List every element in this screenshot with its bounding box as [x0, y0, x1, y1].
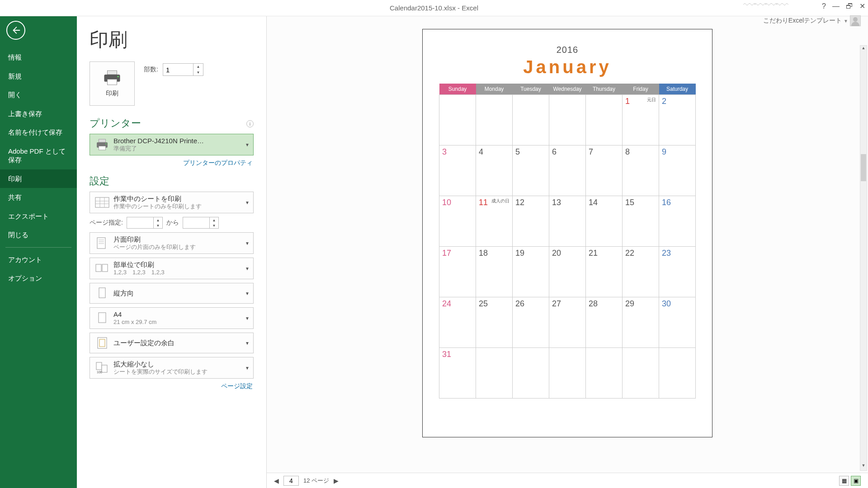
calendar-cell: 22 [623, 247, 659, 297]
calendar-cell: 23 [659, 247, 696, 297]
svg-rect-17 [96, 264, 101, 272]
copies-down-icon[interactable]: ▼ [193, 70, 203, 75]
copies-input[interactable] [163, 66, 193, 74]
close-icon[interactable]: ✕ [859, 2, 865, 10]
decoration: 〰〰〰〰 [743, 0, 787, 13]
calendar-cell: 12 [513, 196, 549, 247]
chevron-down-icon: ▼ [245, 291, 250, 296]
sidebar-item-print[interactable]: 印刷 [0, 169, 77, 188]
sidebar-item-info[interactable]: 情報 [0, 48, 77, 67]
titlebar: Calendar2015-10.xlsx - Excel 〰〰〰〰 ? — 🗗 … [0, 0, 868, 16]
calendar-cell [476, 348, 513, 399]
sidebar-item-open[interactable]: 開く [0, 85, 77, 104]
scroll-thumb[interactable] [861, 154, 866, 181]
page-setup-link[interactable]: ページ設定 [90, 382, 253, 390]
page-to-label: から [166, 219, 179, 227]
calendar-cell: 15 [623, 196, 659, 247]
sidebar-item-share[interactable]: 共有 [0, 188, 77, 207]
zoom-to-page-button[interactable]: ▣ [851, 476, 861, 486]
calendar-cell: 18 [476, 247, 513, 297]
calendar-cell: 8 [623, 145, 659, 196]
chevron-down-icon: ▼ [245, 266, 250, 271]
printer-dropdown[interactable]: Brother DCP-J4210N Printe… 準備完了 ▼ [90, 134, 254, 155]
svg-rect-24 [102, 365, 107, 372]
scroll-down-icon[interactable]: ▼ [860, 463, 867, 470]
printer-properties-link[interactable]: プリンターのプロパティ [90, 159, 253, 167]
scroll-up-icon[interactable]: ▲ [860, 46, 867, 53]
collate-dropdown[interactable]: 部単位で印刷1,2,3 1,2,3 1,2,3 ▼ [90, 258, 254, 279]
minimize-icon[interactable]: — [832, 2, 840, 10]
sidebar-item-close[interactable]: 閉じる [0, 225, 77, 244]
sidebar-item-export[interactable]: エクスポート [0, 207, 77, 226]
svg-rect-6 [99, 146, 105, 150]
page-range-label: ページ指定: [90, 219, 123, 227]
next-page-button[interactable]: ▶ [334, 477, 339, 484]
sidebar-item-account[interactable]: アカウント [0, 250, 77, 269]
calendar-cell: 1元日 [623, 95, 659, 145]
svg-point-7 [105, 143, 107, 145]
copies-up-icon[interactable]: ▲ [193, 64, 203, 70]
calendar-cell: 11成人の日 [476, 196, 513, 247]
preview-page: 2016 January SundayMondayTuesdayWednesda… [422, 29, 712, 437]
help-icon[interactable]: ? [822, 2, 826, 10]
page-from-spinner[interactable]: ▲▼ [127, 217, 163, 229]
copies-spinner[interactable]: ▲▼ [163, 63, 203, 76]
page-from-input[interactable] [127, 220, 153, 226]
print-which-dropdown[interactable]: 作業中のシートを印刷作業中のシートのみを印刷します ▼ [90, 192, 254, 213]
show-margins-button[interactable]: ▦ [839, 476, 849, 486]
calendar-cell [586, 348, 623, 399]
calendar-cell [439, 95, 476, 145]
page-current-input[interactable] [283, 476, 299, 486]
sidebar-item-adobe-pdf[interactable]: Adobe PDF として保存 [0, 142, 77, 169]
print-preview-panel: こだわりExcelテンプレート ▼ 2016 January SundayMon… [267, 16, 868, 488]
portrait-icon [94, 285, 111, 301]
user-menu[interactable]: こだわりExcelテンプレート ▼ [763, 15, 861, 26]
avatar[interactable] [850, 15, 861, 26]
printer-device-icon [94, 136, 111, 153]
restore-icon[interactable]: 🗗 [846, 2, 853, 10]
svg-rect-23 [96, 362, 102, 370]
printer-name: Brother DCP-J4210N Printe… [113, 136, 204, 145]
svg-rect-5 [99, 139, 105, 142]
calendar-cell: 20 [549, 247, 586, 297]
onesided-icon [94, 235, 111, 251]
calendar-cell: 29 [623, 297, 659, 348]
chevron-down-icon: ▼ [245, 366, 250, 371]
calendar-cell [476, 95, 513, 145]
preview-scrollbar[interactable]: ▲ ▼ [860, 45, 867, 471]
page-title: 印刷 [90, 27, 254, 52]
papersize-dropdown[interactable]: A421 cm x 29.7 cm ▼ [90, 307, 254, 329]
printer-status: 準備完了 [113, 145, 204, 153]
back-arrow-icon [11, 25, 21, 35]
calendar-table: SundayMondayTuesdayWednesdayThursdayFrid… [439, 84, 696, 399]
sidebar-item-saveas[interactable]: 名前を付けて保存 [0, 123, 77, 142]
back-button[interactable] [6, 21, 25, 40]
calendar-day-header: Thursday [586, 84, 623, 95]
margins-dropdown[interactable]: ユーザー設定の余白 ▼ [90, 333, 254, 353]
sidebar-item-save[interactable]: 上書き保存 [0, 104, 77, 123]
calendar-cell [586, 95, 623, 145]
printer-info-icon[interactable]: i [246, 120, 254, 127]
calendar-cell [549, 348, 586, 399]
sidebar-item-options[interactable]: オプション [0, 269, 77, 288]
calendar-cell [659, 348, 696, 399]
sidebar-item-new[interactable]: 新規 [0, 67, 77, 86]
calendar-cell: 5 [513, 145, 549, 196]
page-to-spinner[interactable]: ▲▼ [183, 217, 219, 229]
calendar-cell: 26 [513, 297, 549, 348]
scaling-dropdown[interactable]: 100 拡大縮小なしシートを実際のサイズで印刷します ▼ [90, 357, 254, 379]
page-to-input[interactable] [183, 220, 209, 226]
print-button-label: 印刷 [106, 89, 118, 98]
calendar-cell [513, 348, 549, 399]
chevron-down-icon: ▼ [245, 241, 250, 246]
calendar-cell: 30 [659, 297, 696, 348]
calendar-day-header: Sunday [439, 84, 476, 95]
print-button[interactable]: 印刷 [90, 61, 135, 106]
printer-section-label: プリンター [90, 117, 141, 130]
calendar-cell: 16 [659, 196, 696, 247]
sides-dropdown[interactable]: 片面印刷ページの片面のみを印刷します ▼ [90, 232, 254, 254]
orientation-dropdown[interactable]: 縦方向 ▼ [90, 283, 254, 304]
svg-text:100: 100 [97, 371, 102, 374]
calendar-cell: 3 [439, 145, 476, 196]
prev-page-button[interactable]: ◀ [274, 477, 279, 484]
